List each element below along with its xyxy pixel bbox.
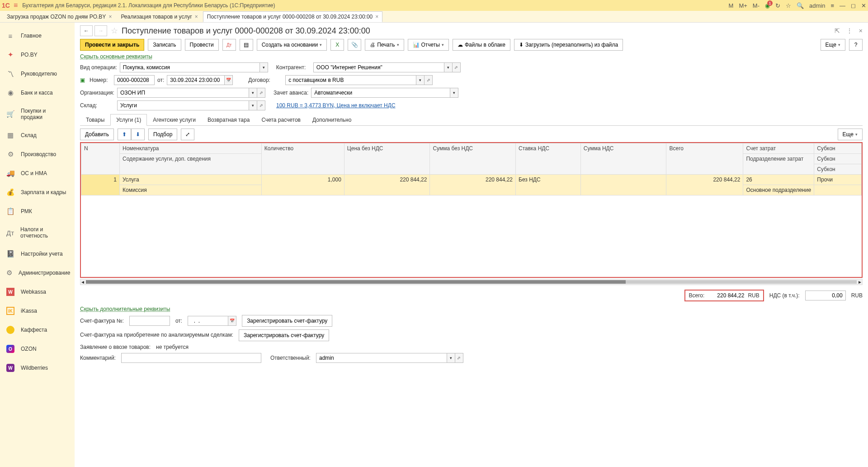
dropdown-icon[interactable]: ▾ [416, 75, 425, 85]
tab-2[interactable]: Поступление товаров и услуг 0000-000208 … [203, 11, 383, 22]
sidebar-item-poby[interactable]: ✦PO.BY [0, 45, 75, 64]
dropdown-icon[interactable]: ▾ [260, 62, 268, 72]
cell-vat-sum[interactable] [580, 175, 666, 195]
horizontal-scrollbar[interactable]: ◂ ▸ [80, 279, 863, 285]
close-icon[interactable]: ✕ [861, 2, 866, 9]
tab-close-icon[interactable]: × [108, 14, 112, 20]
menu-icon[interactable]: ≡ [14, 1, 18, 10]
calendar-icon[interactable]: 📅 [225, 75, 233, 85]
sidebar-item-admin[interactable]: ⚙Администрирование [0, 263, 75, 282]
hide-extra-link[interactable]: Скрыть дополнительные реквизиты [80, 306, 170, 312]
responsible-input[interactable] [316, 353, 447, 363]
move-down-button[interactable]: ⬇ [131, 129, 145, 140]
cell-cost-acc-sub[interactable]: Основное подразделение [743, 185, 814, 195]
table-row[interactable]: 1 Услуга 1,000 220 844,22 220 844,22 Без… [81, 175, 862, 185]
print-button[interactable]: 🖨 Печать▾ [365, 39, 404, 51]
add-row-button[interactable]: Добавить [80, 129, 114, 140]
memory-m-plus[interactable]: M+ [739, 2, 747, 9]
create-based-button[interactable]: Создать на основании▾ [257, 39, 327, 51]
rate-info-link[interactable]: 100 RUB = 3,4773 BYN, Цена не включает Н… [276, 102, 396, 109]
scroll-left-icon[interactable]: ◂ [81, 279, 84, 285]
sidebar-item-webkassa[interactable]: WWebkassa [0, 282, 75, 301]
tab-0[interactable]: Загрузка продаж OZON по дням PO.BY× [3, 11, 116, 22]
sidebar-item-ozon[interactable]: OOZON [0, 339, 75, 358]
cloud-files-button[interactable]: ☁ Файлы в облаке [453, 39, 510, 51]
more-icon[interactable]: ⋮ [846, 27, 853, 34]
open-icon[interactable]: ⬀ [257, 100, 265, 110]
dropdown-icon[interactable]: ▾ [249, 88, 257, 98]
scroll-thumb[interactable] [86, 280, 626, 284]
sidebar-item-assets[interactable]: 🚚ОС и НМА [0, 164, 75, 183]
select-button[interactable]: Подбор [148, 129, 177, 140]
date-input[interactable] [167, 75, 225, 85]
sidebar-item-ikassa[interactable]: iKiKassa [0, 301, 75, 320]
cell-cost-account[interactable]: 26 [743, 175, 814, 185]
minimize-icon[interactable]: ― [840, 2, 845, 9]
save-button[interactable]: Записать [148, 39, 181, 51]
cell-subcon-sub[interactable] [814, 185, 862, 195]
comment-input[interactable] [121, 353, 261, 363]
sidebar-item-salary[interactable]: 💰Зарплата и кадры [0, 183, 75, 202]
sidebar-item-sales[interactable]: 🛒Покупки и продажи [0, 102, 75, 126]
favorite-star-icon[interactable]: ☆ [111, 26, 118, 36]
warehouse-input[interactable] [117, 100, 249, 110]
open-icon[interactable]: ⬀ [455, 353, 463, 363]
cell-price[interactable]: 220 844,22 [344, 175, 430, 195]
memory-m-minus[interactable]: M- [753, 2, 760, 9]
link-icon[interactable]: ⇱ [835, 27, 840, 34]
history-icon[interactable]: ↻ [775, 2, 780, 9]
excel-icon[interactable]: X [330, 39, 344, 51]
doc-tab-returnable[interactable]: Возвратная тара [202, 114, 256, 126]
sidebar-item-settings[interactable]: 📓Настройки учета [0, 244, 75, 263]
scroll-right-icon[interactable]: ▸ [859, 279, 861, 285]
counterparty-input[interactable] [313, 62, 444, 72]
tab-close-icon[interactable]: × [375, 14, 378, 20]
more-button[interactable]: Еще▾ [821, 39, 845, 51]
invoice-num-input[interactable] [129, 316, 170, 326]
doc-tab-services[interactable]: Услуги (1) [110, 114, 147, 126]
tab-1[interactable]: Реализация товаров и услуг× [117, 11, 202, 22]
debit-credit-icon[interactable]: Дт [222, 39, 236, 51]
advance-input[interactable] [311, 88, 450, 98]
sidebar-item-bank[interactable]: ◉Банк и касса [0, 83, 75, 102]
expand-button[interactable]: ⤢ [181, 129, 194, 140]
move-up-button[interactable]: ⬆ [118, 129, 131, 140]
structure-icon[interactable]: ▤ [240, 39, 253, 51]
dropdown-icon[interactable]: ▾ [447, 353, 455, 363]
reports-button[interactable]: 📊 Отчеты▾ [408, 39, 449, 51]
open-icon[interactable]: ⬀ [453, 62, 461, 72]
cell-nomenclature[interactable]: Услуга [119, 175, 261, 185]
favorite-icon[interactable]: ☆ [786, 2, 791, 9]
open-icon[interactable]: ⬀ [257, 88, 265, 98]
cell-sum[interactable]: 220 844,22 [430, 175, 516, 195]
table-more-button[interactable]: Еще▾ [838, 129, 863, 140]
register-invoice-button[interactable]: Зарегистрировать счет-фактуру [242, 315, 332, 327]
sidebar-item-manager[interactable]: 〽Руководителю [0, 64, 75, 83]
forward-button[interactable]: → [94, 25, 107, 36]
sidebar-item-kaffesta[interactable]: Каффеста [0, 320, 75, 339]
sidebar-item-warehouse[interactable]: ▦Склад [0, 126, 75, 145]
doc-tab-goods[interactable]: Товары [80, 114, 110, 126]
doc-tab-accounts[interactable]: Счета расчетов [255, 114, 307, 126]
back-button[interactable]: ← [80, 25, 93, 36]
sidebar-item-wildberries[interactable]: WWildberries [0, 358, 75, 377]
cell-quantity[interactable]: 1,000 [261, 175, 344, 195]
cell-nom-sub[interactable]: Комиссия [119, 185, 261, 195]
invoice-date-input[interactable] [188, 316, 228, 326]
close-page-icon[interactable]: × [859, 27, 863, 34]
post-button[interactable]: Провести [185, 39, 219, 51]
load-from-file-button[interactable]: ⬇ Загрузить (перезаполнить) из файла [514, 39, 623, 51]
cell-total[interactable]: 220 844,22 [666, 175, 743, 195]
register-invoice2-button[interactable]: Зарегистрировать счет-фактуру [239, 329, 329, 341]
dropdown-icon[interactable]: ▾ [450, 88, 458, 98]
help-button[interactable]: ? [849, 39, 863, 51]
doc-tab-agent[interactable]: Агентские услуги [147, 114, 202, 126]
user-name[interactable]: admin [809, 2, 825, 9]
sidebar-item-rmk[interactable]: 📋РМК [0, 202, 75, 221]
cell-vat-rate[interactable]: Без НДС [516, 175, 581, 195]
dropdown-icon[interactable]: ▾ [444, 62, 453, 72]
calendar-icon[interactable]: 📅 [228, 316, 236, 326]
settings-icon[interactable]: ≡ [830, 2, 834, 9]
attach-icon[interactable]: 📎 [348, 39, 361, 51]
contract-input[interactable] [285, 75, 416, 85]
